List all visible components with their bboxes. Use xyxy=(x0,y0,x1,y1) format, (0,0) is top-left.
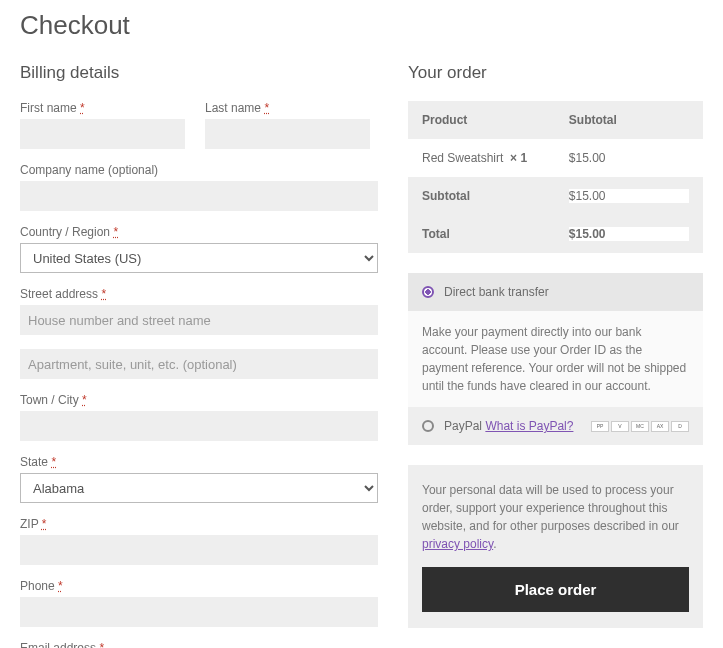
phone-input[interactable] xyxy=(20,597,378,627)
company-input[interactable] xyxy=(20,181,378,211)
privacy-policy-link[interactable]: privacy policy xyxy=(422,537,493,551)
col-product: Product xyxy=(422,113,569,127)
payment-methods: Direct bank transfer Make your payment d… xyxy=(408,273,703,445)
order-column: Your order Product Subtotal Red Sweatshi… xyxy=(408,63,703,628)
amex-icon: AX xyxy=(651,421,669,432)
card-icons: PP V MC AX D xyxy=(591,421,689,432)
subtotal-label: Subtotal xyxy=(422,189,569,203)
privacy-box: Your personal data will be used to proce… xyxy=(408,465,703,628)
state-select[interactable]: Alabama xyxy=(20,473,378,503)
mastercard-icon: MC xyxy=(631,421,649,432)
total-value: $15.00 xyxy=(569,227,689,241)
street2-input[interactable] xyxy=(20,349,378,379)
paypal-icon: PP xyxy=(591,421,609,432)
state-label: State * xyxy=(20,455,378,469)
visa-icon: V xyxy=(611,421,629,432)
privacy-text: Your personal data will be used to proce… xyxy=(422,481,689,553)
billing-heading: Billing details xyxy=(20,63,378,83)
paypal-label: PayPal xyxy=(444,419,482,433)
company-label: Company name (optional) xyxy=(20,163,378,177)
order-table: Product Subtotal Red Sweatshirt × 1 $15.… xyxy=(408,101,703,253)
item-price: $15.00 xyxy=(569,151,689,165)
order-item-row: Red Sweatshirt × 1 $15.00 xyxy=(408,139,703,177)
billing-column: Billing details First name * Last name *… xyxy=(20,63,378,648)
country-select[interactable]: United States (US) xyxy=(20,243,378,273)
last-name-label: Last name * xyxy=(205,101,370,115)
payment-option-bank[interactable]: Direct bank transfer xyxy=(408,273,703,311)
last-name-input[interactable] xyxy=(205,119,370,149)
country-label: Country / Region * xyxy=(20,225,378,239)
total-label: Total xyxy=(422,227,569,241)
col-subtotal: Subtotal xyxy=(569,113,689,127)
street-label: Street address * xyxy=(20,287,378,301)
zip-label: ZIP * xyxy=(20,517,378,531)
payment-option-paypal[interactable]: PayPal What is PayPal? PP V MC AX D xyxy=(408,407,703,445)
place-order-button[interactable]: Place order xyxy=(422,567,689,612)
item-name: Red Sweatshirt xyxy=(422,151,503,165)
item-qty: × 1 xyxy=(510,151,527,165)
page-title: Checkout xyxy=(20,10,703,41)
discover-icon: D xyxy=(671,421,689,432)
first-name-label: First name * xyxy=(20,101,185,115)
email-label: Email address * xyxy=(20,641,378,648)
town-label: Town / City * xyxy=(20,393,378,407)
zip-input[interactable] xyxy=(20,535,378,565)
town-input[interactable] xyxy=(20,411,378,441)
bank-description: Make your payment directly into our bank… xyxy=(408,311,703,407)
phone-label: Phone * xyxy=(20,579,378,593)
subtotal-value: $15.00 xyxy=(569,189,689,203)
first-name-input[interactable] xyxy=(20,119,185,149)
paypal-whatis-link[interactable]: What is PayPal? xyxy=(485,419,573,433)
order-heading: Your order xyxy=(408,63,703,83)
bank-label: Direct bank transfer xyxy=(444,285,549,299)
street1-input[interactable] xyxy=(20,305,378,335)
radio-on-icon xyxy=(422,286,434,298)
radio-off-icon xyxy=(422,420,434,432)
